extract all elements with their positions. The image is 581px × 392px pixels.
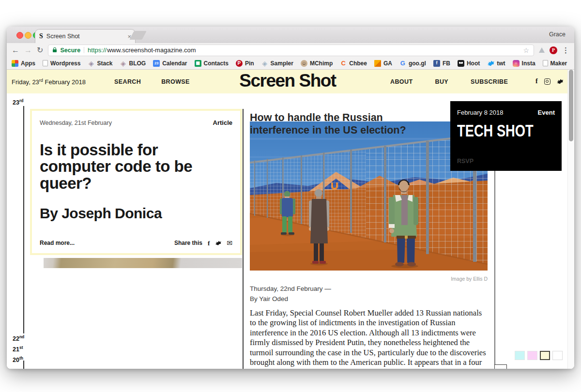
window-minimize-button[interactable] bbox=[25, 32, 31, 39]
event-card-header: February 8 2018 Event bbox=[457, 109, 555, 116]
article-title[interactable]: How to handle the Russian interference i… bbox=[250, 112, 414, 137]
bookmark-item[interactable]: Maker bbox=[543, 60, 567, 67]
bookmark-icon bbox=[12, 60, 18, 67]
theme-swatch[interactable] bbox=[527, 351, 537, 360]
bookmark-item[interactable]: ▦ Contacts bbox=[195, 60, 229, 67]
bookmark-item[interactable]: Apps bbox=[12, 60, 35, 67]
address-divider bbox=[84, 47, 84, 53]
secure-lock-icon bbox=[53, 49, 57, 52]
bookmark-label: Apps bbox=[21, 60, 35, 67]
theme-swatch[interactable] bbox=[552, 351, 563, 360]
bookmark-label: Chbee bbox=[349, 60, 367, 67]
timeline-label[interactable]: 22nd bbox=[13, 334, 24, 342]
site-masthead: Friday, 23rd February 2018 SEARCHBROWSE … bbox=[7, 70, 567, 93]
bookmark-item[interactable]: ◈ BLOG bbox=[120, 60, 146, 67]
event-card[interactable]: February 8 2018 Event TECH SHOT RSVP bbox=[450, 101, 562, 171]
bookmark-label: goo.gl bbox=[409, 60, 426, 67]
bookmark-item[interactable]: G goo.gl bbox=[399, 60, 426, 67]
bookmark-item[interactable]: Hoot bbox=[458, 60, 480, 67]
bookmark-item[interactable]: twt bbox=[487, 60, 505, 67]
bookmark-label: Insta bbox=[522, 60, 535, 67]
browser-profile-name[interactable]: Grace bbox=[549, 31, 566, 38]
bookmark-item[interactable]: Wordpress bbox=[43, 60, 80, 67]
browser-window: S Screen Shot × Grace ← → ↻ Secure https… bbox=[7, 27, 574, 369]
bookmark-star-icon[interactable]: ☆ bbox=[523, 46, 529, 54]
masthead-nav-link[interactable]: ABOUT bbox=[390, 78, 413, 85]
share-email-icon[interactable]: ✉ bbox=[227, 240, 232, 246]
url-host: www.screenshot-magazine.com bbox=[107, 46, 196, 54]
facebook-icon[interactable]: f bbox=[535, 78, 538, 85]
address-bar[interactable]: Secure https:// www.screenshot-magazine.… bbox=[48, 45, 534, 56]
reload-icon[interactable]: ↻ bbox=[37, 46, 43, 54]
card-title[interactable]: Is it possible for computer code to be q… bbox=[40, 142, 209, 192]
forward-icon[interactable]: → bbox=[24, 46, 32, 54]
share-twitter-icon[interactable] bbox=[215, 241, 221, 245]
bookmark-icon bbox=[374, 60, 381, 67]
bookmark-icon: G bbox=[399, 60, 406, 67]
bookmark-icon: f bbox=[433, 60, 440, 67]
bookmark-label: Hoot bbox=[467, 60, 480, 67]
bookmark-label: Pin bbox=[245, 60, 254, 67]
timeline-label-23rd[interactable]: 23rd bbox=[13, 98, 23, 106]
browser-menu-icon[interactable]: ⋮ bbox=[562, 46, 569, 55]
below-fold-box-corner bbox=[494, 364, 507, 369]
timeline-label[interactable]: 20th bbox=[13, 356, 24, 363]
site-logo[interactable]: Screen Shot bbox=[239, 71, 336, 91]
pinterest-extension-icon[interactable]: P bbox=[550, 46, 557, 54]
bookmark-icon: C bbox=[340, 60, 347, 67]
bookmark-icon: ◈ bbox=[120, 60, 127, 67]
masthead-nav-link[interactable]: SUBSCRIBE bbox=[471, 78, 508, 85]
bookmark-item[interactable]: ☺ MChimp bbox=[301, 60, 333, 67]
bookmark-item[interactable]: 23 Calendar bbox=[153, 60, 187, 67]
featured-article-card[interactable]: Wednesday, 21st February Article Is it p… bbox=[30, 109, 242, 255]
bookmark-icon bbox=[458, 60, 464, 67]
bookmark-label: Sampler bbox=[271, 60, 293, 67]
read-more-link[interactable]: Read more... bbox=[40, 240, 75, 246]
card-byline: By Joseph Donica bbox=[40, 205, 232, 222]
back-icon[interactable]: ← bbox=[12, 46, 19, 54]
drive-extension-icon[interactable] bbox=[539, 47, 545, 53]
scrollbar-thumb[interactable] bbox=[569, 70, 573, 141]
bookmark-item[interactable]: ◈ Sampler bbox=[261, 60, 293, 67]
bookmark-icon: ▦ bbox=[195, 60, 201, 67]
tab-favicon: S bbox=[39, 32, 43, 40]
page-viewport: Friday, 23rd February 2018 SEARCHBROWSE … bbox=[7, 70, 574, 369]
column-divider-right bbox=[494, 171, 495, 364]
bookmark-icon: ◈ bbox=[261, 60, 268, 67]
bookmark-icon: ◈ bbox=[88, 60, 94, 67]
bookmark-item[interactable]: f FB bbox=[433, 60, 450, 67]
secure-label: Secure bbox=[60, 47, 80, 54]
bookmark-label: Contacts bbox=[204, 60, 229, 67]
instagram-icon[interactable] bbox=[544, 78, 550, 85]
masthead-nav-left: SEARCHBROWSE bbox=[114, 78, 190, 85]
share-facebook-icon[interactable]: f bbox=[208, 240, 210, 246]
event-rsvp-link[interactable]: RSVP bbox=[457, 158, 474, 165]
browser-toolbar: ← → ↻ Secure https:// www.screenshot-mag… bbox=[7, 43, 574, 57]
tab-title: Screen Shot bbox=[46, 33, 125, 40]
masthead-nav-link[interactable]: BROWSE bbox=[161, 78, 190, 85]
bookmark-icon: ○ bbox=[513, 60, 520, 67]
timeline-line bbox=[23, 106, 24, 333]
twitter-icon[interactable] bbox=[557, 79, 564, 84]
timeline-label[interactable]: 21st bbox=[13, 345, 24, 353]
bookmark-item[interactable]: ◈ Stack bbox=[88, 60, 112, 67]
window-close-button[interactable] bbox=[16, 32, 23, 39]
masthead-nav-link[interactable]: SEARCH bbox=[114, 78, 141, 85]
column-divider-left bbox=[243, 109, 244, 369]
bookmark-item[interactable]: C Chbee bbox=[340, 60, 367, 67]
next-article-image-strip[interactable] bbox=[44, 258, 242, 268]
masthead-nav-link[interactable]: BUY bbox=[435, 78, 448, 85]
bookmark-item[interactable]: GA bbox=[374, 60, 392, 67]
bookmark-label: Maker bbox=[550, 60, 567, 67]
card-type-badge: Article bbox=[213, 119, 232, 126]
masthead-social-links: f bbox=[535, 78, 564, 85]
theme-swatch[interactable] bbox=[515, 351, 525, 360]
bookmark-item[interactable]: P Pin bbox=[236, 60, 254, 67]
browser-tab[interactable]: S Screen Shot × bbox=[35, 29, 136, 43]
card-header: Wednesday, 21st February Article bbox=[40, 119, 232, 126]
bookmark-item[interactable]: ○ Insta bbox=[513, 60, 535, 67]
article-byline: By Yair Oded bbox=[250, 295, 288, 302]
page-scrollbar[interactable] bbox=[567, 70, 574, 369]
theme-swatch[interactable] bbox=[540, 351, 550, 360]
bookmark-label: Calendar bbox=[162, 60, 187, 67]
